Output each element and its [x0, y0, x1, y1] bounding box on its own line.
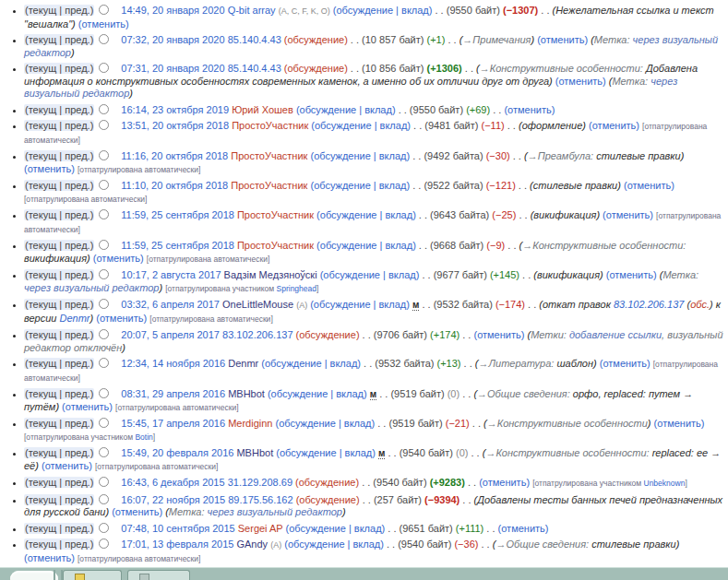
talk-contribs-links[interactable]: (обсуждение | вклад)	[276, 418, 376, 429]
username-link[interactable]: MBHbot	[236, 447, 273, 458]
revision-date-link[interactable]: 10:17, 2 августа 2017	[121, 269, 221, 280]
revision-radio[interactable]	[99, 5, 109, 15]
username-link[interactable]: ПростоУчастник	[231, 150, 307, 161]
undo-link[interactable]: (отменить)	[504, 104, 555, 115]
undo-link[interactable]: (отменить)	[600, 358, 650, 369]
revision-date-link[interactable]: 14:49, 20 января 2020	[121, 5, 224, 16]
revision-radio[interactable]	[99, 523, 109, 533]
cur-link[interactable]: текущ	[29, 180, 57, 191]
cur-link[interactable]: текущ	[29, 104, 57, 115]
cur-link[interactable]: текущ	[29, 209, 57, 220]
undo-link[interactable]: (отменить)	[589, 120, 639, 131]
username-link[interactable]: 31.129.208.69	[228, 477, 292, 488]
revision-radio[interactable]	[99, 63, 109, 73]
undo-link[interactable]: (отменить)	[62, 401, 113, 412]
revision-radio[interactable]	[99, 477, 109, 487]
undo-link[interactable]: (отменить)	[24, 163, 75, 174]
cur-link[interactable]: текущ	[29, 418, 57, 429]
revision-date-link[interactable]: 16:43, 6 декабря 2015	[121, 477, 224, 488]
cur-link[interactable]: текущ	[29, 5, 57, 16]
username-link[interactable]: 83.102.206.137	[222, 329, 292, 340]
cur-link[interactable]: текущ	[29, 447, 57, 458]
prev-link[interactable]: пред.	[65, 240, 90, 251]
undo-link[interactable]: (отменить)	[24, 552, 75, 563]
prev-link[interactable]: пред.	[65, 34, 90, 45]
talk-contribs-links[interactable]: (обсуждение | вклад)	[284, 539, 384, 550]
username-link[interactable]: ПростоУчастник	[237, 240, 314, 251]
prev-link[interactable]: пред.	[65, 104, 90, 115]
talk-link[interactable]: (обсуждение)	[284, 34, 348, 45]
prev-link[interactable]: пред.	[65, 63, 90, 74]
talk-contribs-links[interactable]: (обсуждение | вклад)	[310, 299, 410, 310]
revision-date-link[interactable]: 07:48, 10 сентября 2015	[121, 523, 234, 534]
tag-link[interactable]: добавление ссылки	[569, 329, 662, 340]
talk-contribs-links[interactable]: (обсуждение | вклад)	[316, 240, 416, 251]
username-link[interactable]: ПростоУчастник	[232, 120, 308, 131]
prev-link[interactable]: пред.	[65, 447, 90, 458]
tag-link[interactable]: через визуальный редактор	[24, 282, 159, 293]
summary-link[interactable]: 83.102.206.137	[614, 299, 684, 310]
talk-link[interactable]: (обсуждение)	[296, 494, 360, 505]
prev-link[interactable]: пред.	[65, 477, 90, 488]
username-link[interactable]: Sergei AP	[238, 523, 283, 534]
talk-contribs-links[interactable]: (обсуждение | вклад)	[311, 120, 411, 131]
talk-contribs-links[interactable]: (обсуждение | вклад)	[276, 447, 376, 458]
username-link[interactable]: 85.140.4.43	[228, 63, 281, 74]
username-link[interactable]: ПростоУчастник	[237, 209, 314, 220]
prev-link[interactable]: пред.	[65, 5, 90, 16]
prev-link[interactable]: пред.	[65, 299, 90, 310]
talk-contribs-links[interactable]: (обсуждение | вклад)	[333, 5, 433, 16]
revision-date-link[interactable]: 03:32, 6 апреля 2017	[121, 299, 220, 310]
summary-link[interactable]: Denmr	[60, 313, 90, 324]
username-link[interactable]: Q-bit array	[228, 5, 276, 16]
prev-link[interactable]: пред.	[65, 120, 90, 131]
username-link[interactable]: 89.175.56.162	[228, 494, 292, 505]
revision-radio[interactable]	[99, 299, 109, 309]
revision-radio[interactable]	[99, 269, 109, 279]
talk-link[interactable]: (обсуждение)	[295, 477, 359, 488]
undo-link[interactable]: (отменить)	[78, 18, 129, 30]
revision-radio[interactable]	[99, 447, 109, 457]
revision-radio[interactable]	[99, 34, 109, 44]
revision-radio[interactable]	[99, 209, 109, 219]
undo-link[interactable]: (отменить)	[624, 180, 674, 191]
revision-radio[interactable]	[99, 120, 109, 130]
undo-link[interactable]: (отменить)	[498, 523, 549, 534]
undo-link[interactable]: (отменить)	[93, 253, 144, 264]
prev-link[interactable]: пред.	[65, 329, 90, 340]
talk-link[interactable]: (обсуждение)	[284, 63, 348, 74]
revision-date-link[interactable]: 11:16, 20 октября 2018	[121, 150, 228, 161]
revision-radio[interactable]	[99, 539, 109, 549]
revision-date-link[interactable]: 08:31, 29 апреля 2016	[121, 388, 225, 399]
username-link[interactable]: ПростоУчастник	[231, 180, 307, 191]
prev-link[interactable]: пред.	[65, 150, 90, 161]
revision-radio[interactable]	[99, 240, 109, 250]
cur-link[interactable]: текущ	[29, 240, 57, 251]
cur-link[interactable]: текущ	[29, 269, 57, 280]
revision-date-link[interactable]: 16:14, 23 октября 2019	[121, 104, 229, 115]
prev-link[interactable]: пред.	[65, 418, 90, 429]
revision-radio[interactable]	[99, 180, 109, 190]
talk-contribs-links[interactable]: (обсуждение | вклад)	[296, 104, 396, 115]
undo-link[interactable]: (отменить)	[654, 418, 705, 429]
cur-link[interactable]: текущ	[29, 329, 57, 340]
start-button[interactable]	[10, 571, 58, 580]
cur-link[interactable]: текущ	[29, 34, 57, 45]
username-link[interactable]: Юрий Хошев	[232, 104, 293, 115]
username-link[interactable]: 85.140.4.43	[228, 34, 281, 45]
undo-link[interactable]: (отменить)	[606, 269, 657, 280]
revision-radio[interactable]	[99, 150, 109, 160]
revision-date-link[interactable]: 11:59, 25 сентября 2018	[121, 240, 234, 251]
undo-link[interactable]: (отменить)	[96, 313, 147, 324]
username-link[interactable]: Denmr	[228, 358, 258, 369]
talk-contribs-links[interactable]: (обсуждение | вклад)	[261, 358, 361, 369]
cur-link[interactable]: текущ	[29, 494, 57, 505]
cur-link[interactable]: текущ	[29, 120, 57, 131]
prev-link[interactable]: пред.	[65, 209, 90, 220]
summary-redlink[interactable]: обс.	[690, 299, 710, 310]
cur-link[interactable]: текущ	[29, 358, 57, 369]
revision-date-link[interactable]: 11:59, 25 сентября 2018	[121, 209, 234, 220]
revision-radio[interactable]	[99, 358, 109, 368]
revision-date-link[interactable]: 15:49, 20 февраля 2016	[121, 447, 233, 458]
undo-link[interactable]: (отменить)	[537, 34, 588, 45]
